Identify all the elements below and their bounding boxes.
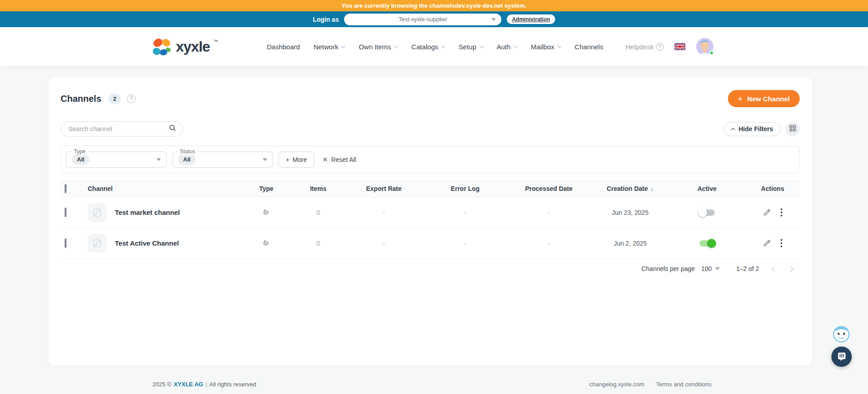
nav-item-dashboard[interactable]: Dashboard bbox=[267, 43, 300, 51]
status-filter-select[interactable]: Status All bbox=[172, 152, 273, 168]
question-circle-icon: ? bbox=[656, 43, 664, 51]
system-banner-text: You are currently browsing the channelsd… bbox=[342, 2, 527, 9]
rights-text: All rights reserved bbox=[209, 381, 256, 388]
error-log-value: - bbox=[425, 209, 506, 216]
nav-item-own-items[interactable]: Own Items bbox=[359, 43, 398, 51]
xyxle-logo-icon bbox=[151, 37, 172, 60]
select-all-checkbox[interactable] bbox=[65, 184, 66, 193]
copyright: 2025 © XYXLE AG | All rights reserved bbox=[152, 381, 256, 388]
plus-icon: + bbox=[286, 156, 289, 163]
new-channel-label: New Channel bbox=[747, 95, 790, 103]
previous-page-button[interactable] bbox=[772, 266, 778, 272]
login-as-select[interactable]: Test-xyxle-supplier bbox=[344, 14, 501, 25]
actions-cell bbox=[745, 207, 800, 218]
login-as-selected-value: Test-xyxle-supplier bbox=[399, 16, 448, 23]
administration-button[interactable]: Administration bbox=[507, 14, 555, 24]
error-log-value: - bbox=[425, 240, 506, 247]
toolbar-row: Hide Filters bbox=[61, 121, 800, 137]
col-header-export-rate[interactable]: Export Rate bbox=[343, 185, 425, 192]
edit-button[interactable] bbox=[762, 207, 772, 218]
row-checkbox[interactable] bbox=[65, 208, 66, 217]
col-header-active[interactable]: Active bbox=[669, 185, 745, 192]
changelog-link[interactable]: changelog.xyxle.com bbox=[590, 381, 644, 388]
chat-messenger-button[interactable] bbox=[831, 347, 852, 367]
assistant-robot-icon[interactable] bbox=[830, 323, 853, 345]
row-select-cell bbox=[61, 209, 83, 217]
channels-table: Channel Type Items Export Rate Error Log… bbox=[61, 180, 800, 259]
xyxle-logo[interactable]: xyxle ™ bbox=[151, 37, 218, 60]
grid-view-button[interactable] bbox=[786, 122, 800, 136]
kebab-menu-button[interactable] bbox=[779, 238, 783, 248]
helpdesk-link[interactable]: Helpdesk ? bbox=[625, 43, 664, 51]
nav-item-auth[interactable]: Auth bbox=[497, 43, 518, 51]
active-toggle[interactable] bbox=[699, 240, 715, 247]
nav-item-channels[interactable]: Channels bbox=[575, 43, 603, 51]
reset-all-button[interactable]: ✕ Reset All bbox=[322, 156, 356, 164]
terms-link[interactable]: Terms and conditions bbox=[656, 381, 712, 388]
more-filters-button[interactable]: + More bbox=[278, 152, 314, 168]
company-link[interactable]: XYXLE AG bbox=[174, 381, 203, 388]
channel-thumbnail bbox=[88, 234, 107, 253]
status-filter-label: Status bbox=[178, 148, 198, 155]
chevron-down-icon bbox=[341, 43, 346, 48]
per-page-value: 100 bbox=[701, 265, 712, 272]
page-help-icon[interactable]: ? bbox=[127, 95, 136, 103]
search-box bbox=[61, 121, 183, 137]
logo-trademark: ™ bbox=[213, 39, 218, 44]
export-rate-value: - bbox=[343, 209, 425, 216]
search-icon[interactable] bbox=[169, 124, 177, 134]
channel-thumbnail bbox=[88, 203, 107, 222]
main-nav: Dashboard Network Own Items Catalogs Set… bbox=[267, 27, 603, 66]
chevron-down-icon bbox=[441, 43, 446, 48]
sort-descending-icon[interactable]: ↓ bbox=[651, 185, 654, 192]
user-avatar[interactable] bbox=[696, 38, 713, 55]
row-checkbox[interactable] bbox=[65, 238, 66, 248]
nav-item-catalogs[interactable]: Catalogs bbox=[411, 43, 445, 51]
more-filters-label: More bbox=[292, 156, 307, 163]
actions-cell bbox=[745, 238, 800, 248]
col-header-processed-date[interactable]: Processed Date bbox=[506, 185, 592, 192]
col-header-items[interactable]: Items bbox=[293, 185, 343, 192]
nav-label: Network bbox=[313, 43, 338, 51]
nav-label: Channels bbox=[575, 43, 603, 51]
status-filter-value-chip: All bbox=[178, 154, 196, 165]
table-header-row: Channel Type Items Export Rate Error Log… bbox=[61, 180, 800, 197]
chevron-down-icon bbox=[479, 43, 484, 48]
nav-item-mailbox[interactable]: Mailbox bbox=[531, 43, 561, 51]
creation-date-value: Jun 2, 2025 bbox=[592, 240, 669, 247]
active-toggle[interactable] bbox=[699, 209, 715, 216]
toggle-knob bbox=[698, 208, 707, 217]
col-header-creation-date[interactable]: Creation Date ↓ bbox=[592, 185, 669, 192]
nav-item-network[interactable]: Network bbox=[313, 43, 345, 51]
next-page-button[interactable] bbox=[788, 266, 793, 272]
creation-date-label: Creation Date bbox=[607, 185, 648, 192]
search-input[interactable] bbox=[68, 125, 169, 133]
close-icon: ✕ bbox=[322, 156, 328, 164]
hide-filters-button[interactable]: Hide Filters bbox=[724, 122, 781, 136]
chevron-down-icon bbox=[514, 43, 518, 48]
type-filter-select[interactable]: Type All bbox=[66, 152, 167, 168]
divider: | bbox=[205, 381, 207, 388]
col-header-type[interactable]: Type bbox=[239, 185, 293, 192]
language-flag-uk[interactable] bbox=[675, 43, 685, 50]
per-page-label: Channels per page bbox=[642, 265, 695, 272]
items-value: 0 bbox=[293, 240, 343, 247]
per-page-select[interactable]: 100 bbox=[701, 265, 720, 272]
toggle-knob bbox=[707, 239, 716, 248]
kebab-menu-button[interactable] bbox=[779, 207, 783, 218]
channel-name[interactable]: Test Active Channel bbox=[115, 239, 179, 247]
nav-label: Own Items bbox=[359, 43, 391, 51]
col-header-channel[interactable]: Channel bbox=[83, 185, 239, 192]
col-header-error-log[interactable]: Error Log bbox=[425, 185, 506, 192]
nav-label: Dashboard bbox=[267, 43, 300, 51]
nav-item-setup[interactable]: Setup bbox=[458, 43, 483, 51]
online-status-dot bbox=[709, 51, 714, 55]
items-value: 0 bbox=[293, 209, 343, 216]
chevron-down-icon bbox=[715, 267, 720, 270]
nav-label: Setup bbox=[458, 43, 476, 51]
edit-button[interactable] bbox=[762, 238, 772, 248]
channel-name[interactable]: Test market channel bbox=[115, 209, 180, 216]
app-header: xyxle ™ Dashboard Network Own Items Cata… bbox=[0, 27, 868, 66]
new-channel-button[interactable]: + New Channel bbox=[728, 90, 800, 107]
nav-label: Mailbox bbox=[531, 43, 554, 51]
